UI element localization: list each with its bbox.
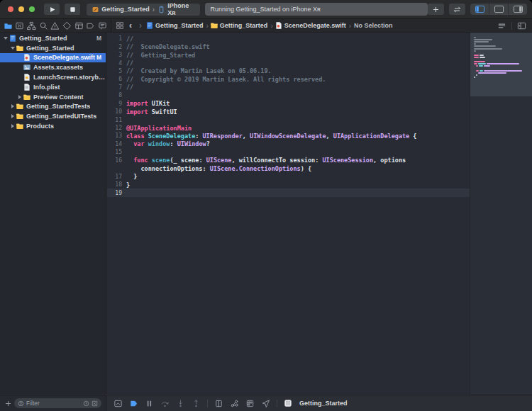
go-back-button[interactable]: ‹ [126,21,135,30]
code-line[interactable]: 5// Created by Martin Lasek on 05.06.19. [107,67,470,75]
tree-item-getting-starteduitests[interactable]: Getting_StartedUITests [0,111,106,121]
line-number[interactable]: 18 [107,181,126,188]
code-line[interactable]: 12@UIApplicationMain [107,124,470,132]
tree-item-getting-startedtests[interactable]: Getting_StartedTests [0,102,106,112]
line-number[interactable]: 4 [107,60,126,67]
related-items-icon[interactable] [116,21,124,30]
debug-area-panel-toggle[interactable] [489,4,508,15]
breakpoints-icon[interactable] [129,399,138,408]
source-control-filter-icon[interactable] [92,400,98,407]
code-line[interactable]: 10import SwiftUI [107,108,470,116]
line-number[interactable]: 1 [107,35,126,42]
breadcrumb-item[interactable]: SceneDelegate.swift [284,22,346,29]
disclosure-triangle-icon[interactable] [9,47,16,50]
code-line[interactable]: 18} [107,181,470,188]
project-navigator-icon[interactable] [4,21,13,30]
code-line[interactable]: 3// Getting_Started [107,51,470,59]
tree-item-launchscreen-storyboard[interactable]: LaunchScreen.storyboard [0,72,106,82]
line-number[interactable]: 7 [107,84,126,91]
go-forward-button[interactable]: › [135,21,145,30]
issue-navigator-icon[interactable] [50,21,60,30]
code-line[interactable]: 9import UIKit [107,100,470,108]
tree-item-getting-started[interactable]: Getting_StartedM [0,33,106,43]
line-number[interactable]: 14 [107,141,126,147]
breadcrumb-item[interactable]: Getting_Started [220,22,268,29]
library-add-button[interactable] [428,4,444,15]
code-line[interactable]: 15 [107,148,470,156]
view-debugger-icon[interactable] [214,399,223,408]
line-number[interactable]: 17 [107,174,126,180]
pause-icon[interactable] [145,399,154,408]
line-number[interactable]: 19 [107,190,126,196]
code-line[interactable]: connectionOptions: UIScene.ConnectionOpt… [107,164,470,172]
step-into-icon[interactable] [176,399,185,408]
code-line[interactable]: 14 var window: UIWindow? [107,140,470,148]
line-number[interactable]: 6 [107,76,126,82]
disclosure-triangle-icon[interactable] [9,104,16,108]
code-line[interactable]: 13class SceneDelegate: UIResponder, UIWi… [107,132,470,140]
line-number[interactable]: 10 [107,108,126,115]
symbol-navigator-icon[interactable] [27,21,36,30]
report-navigator-icon[interactable] [98,21,107,30]
code-line[interactable]: 4// [107,59,470,67]
memory-graph-icon[interactable] [230,399,239,408]
editor-options-icon[interactable] [497,21,506,30]
line-number[interactable]: 12 [107,125,126,131]
tree-item-getting-started[interactable]: Getting_Started [0,43,106,53]
clock-icon[interactable] [83,400,89,407]
step-out-icon[interactable] [192,399,201,408]
tree-item-scenedelegate-swift[interactable]: SceneDelegate.swiftM [0,53,106,63]
disclosure-triangle-icon[interactable] [9,114,16,118]
debug-navigator-icon[interactable] [74,21,84,30]
scheme-selector[interactable]: Getting_Started › iPhone Xʀ [87,4,199,16]
code-line[interactable]: 1// [107,35,470,43]
add-file-button[interactable] [4,400,12,407]
hide-debug-area-icon[interactable] [113,399,123,408]
line-number[interactable]: 8 [107,92,126,98]
test-navigator-icon[interactable] [62,21,72,30]
code-line[interactable]: 17 } [107,172,470,180]
source-editor[interactable]: 1//2// SceneDelegate.swift3// Getting_St… [107,33,470,394]
code-line[interactable]: 8 [107,91,470,99]
tree-item-assets-xcassets[interactable]: Assets.xcassets [0,62,106,72]
stop-button[interactable] [65,4,80,15]
line-number[interactable]: 16 [107,157,126,164]
line-number[interactable]: 9 [107,101,126,107]
disclosure-triangle-icon[interactable] [9,124,16,128]
find-navigator-icon[interactable] [39,21,48,30]
close-window-button[interactable] [8,6,13,12]
code-line[interactable]: 11 [107,116,470,123]
tree-item-preview-content[interactable]: Preview Content [0,92,106,102]
navigator-panel-toggle[interactable] [470,4,489,15]
filter-input[interactable]: Filter [14,398,101,408]
zoom-window-button[interactable] [29,6,35,12]
tree-item-products[interactable]: Products [0,121,106,131]
source-control-navigator-icon[interactable] [15,21,24,30]
tree-item-info-plist[interactable]: Info.plist [0,82,106,92]
step-over-icon[interactable] [160,399,170,408]
breadcrumb-item[interactable]: No Selection [354,22,393,29]
breakpoint-navigator-icon[interactable] [86,21,95,30]
line-number[interactable]: 11 [107,117,126,123]
inspector-panel-toggle[interactable] [508,4,527,15]
simulate-location-icon[interactable] [261,399,270,408]
code-line[interactable]: 19 [107,188,470,196]
add-editor-icon[interactable] [517,21,526,30]
code-line[interactable]: 6// Copyright © 2019 Martin Lasek. All r… [107,75,470,83]
code-line[interactable]: 2// SceneDelegate.swift [107,43,470,50]
line-number[interactable]: 3 [107,52,126,58]
minimize-window-button[interactable] [18,6,24,12]
code-line[interactable]: 7// [107,84,470,91]
code-review-button[interactable] [449,4,465,15]
line-number[interactable]: 5 [107,68,126,74]
line-number[interactable]: 15 [107,149,126,155]
disclosure-triangle-icon[interactable] [16,95,23,99]
editor-minimap[interactable] [470,33,532,394]
environment-overrides-icon[interactable] [245,399,255,408]
run-button[interactable] [44,4,60,15]
line-number[interactable]: 2 [107,44,126,50]
breadcrumb-item[interactable]: Getting_Started [155,22,204,29]
code-line[interactable]: 16 func scene(_ scene: UIScene, willConn… [107,157,470,164]
line-number[interactable]: 13 [107,133,126,139]
disclosure-triangle-icon[interactable] [2,37,9,40]
